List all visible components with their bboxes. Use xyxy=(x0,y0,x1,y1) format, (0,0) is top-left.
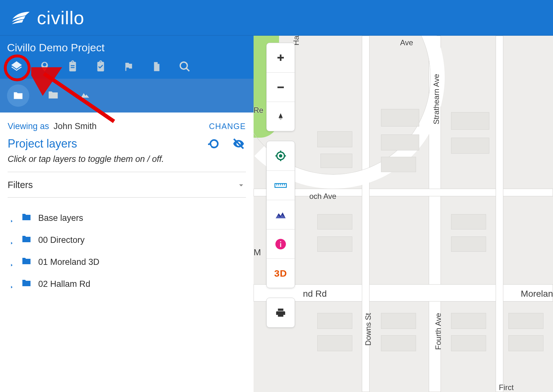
document-icon xyxy=(151,60,162,73)
measure-button[interactable] xyxy=(267,171,295,200)
layer-folder[interactable]: Base layers xyxy=(8,207,246,229)
street-label: Re xyxy=(254,106,263,115)
sidebar: Civillo Demo Project xyxy=(0,36,254,392)
printer-icon xyxy=(275,307,286,318)
caret-right-icon xyxy=(10,263,14,267)
profile-button[interactable] xyxy=(267,200,295,229)
area-chart-icon xyxy=(275,210,287,219)
street-label: Ave xyxy=(400,38,413,47)
locate-icon xyxy=(275,150,286,162)
folder-icon xyxy=(20,234,33,244)
project-title: Civillo Demo Project xyxy=(0,36,254,56)
three-d-icon: 3D xyxy=(274,268,287,279)
caret-right-icon xyxy=(10,285,14,289)
filters-toggle[interactable]: Filters xyxy=(8,180,246,190)
street-label: Fourth Ave xyxy=(434,313,443,350)
brand-logo[interactable]: civillo xyxy=(10,7,84,28)
plus-icon xyxy=(276,53,285,62)
street-label: och Ave xyxy=(309,192,336,201)
clipboard-list-icon xyxy=(67,60,78,73)
ruler-icon xyxy=(274,181,287,190)
street-label: nd Rd xyxy=(303,289,327,299)
layer-tree: Base layers 00 Directory 01 Moreland 3D … xyxy=(8,205,246,295)
search-icon xyxy=(179,61,191,73)
chevron-left-icon xyxy=(245,294,253,304)
layers-icon xyxy=(10,60,23,73)
street-label: Morelan xyxy=(521,289,553,299)
document-tab[interactable] xyxy=(150,60,163,73)
layer-label: 00 Directory xyxy=(38,235,85,245)
map-background: Strathearn Ave och Ave nd Rd Morelan Dow… xyxy=(254,36,553,392)
layer-folder[interactable]: 01 Moreland 3D xyxy=(8,251,246,273)
street-label: M xyxy=(254,247,261,258)
layers-hint: Click or tap layers to toggle them on / … xyxy=(8,154,246,164)
layers-title: Project layers xyxy=(8,137,77,150)
map-canvas[interactable]: Strathearn Ave och Ave nd Rd Morelan Dow… xyxy=(254,36,553,392)
sub-toolbar xyxy=(0,79,254,113)
filters-label: Filters xyxy=(8,180,33,190)
collapse-sidebar-button[interactable] xyxy=(243,290,255,308)
layer-label: Base layers xyxy=(38,213,83,223)
layer-label: 02 Hallam Rd xyxy=(38,279,90,289)
zoom-control-group xyxy=(266,43,295,131)
zoom-in-button[interactable] xyxy=(267,43,295,72)
compass-north-icon xyxy=(276,111,285,122)
zoom-out-button[interactable] xyxy=(267,72,295,102)
layers-tab[interactable] xyxy=(10,60,23,73)
street-label: Firct xyxy=(499,383,514,392)
logo-mark-icon xyxy=(10,10,32,25)
layer-label: 01 Moreland 3D xyxy=(38,257,99,267)
caret-right-icon xyxy=(10,219,14,223)
brand-name: civillo xyxy=(37,7,84,28)
divider xyxy=(8,172,246,172)
refresh-icon[interactable] xyxy=(208,137,220,150)
location-tab[interactable] xyxy=(38,60,51,73)
street-label: Strathearn Ave xyxy=(432,74,441,124)
pin-icon xyxy=(39,60,50,73)
divider xyxy=(8,197,246,198)
change-user-button[interactable]: CHANGE xyxy=(209,122,246,131)
info-button[interactable] xyxy=(267,229,295,258)
folder-person-icon xyxy=(46,89,61,101)
caret-right-icon xyxy=(10,241,14,245)
visibility-off-icon[interactable] xyxy=(231,137,246,150)
print-button[interactable] xyxy=(267,298,295,327)
svg-point-3 xyxy=(279,154,283,158)
terrain-button[interactable] xyxy=(77,90,93,102)
layers-panel: Viewing as John Smith CHANGE Project lay… xyxy=(0,113,254,392)
tasks-tab[interactable] xyxy=(94,60,107,73)
viewing-as-name: John Smith xyxy=(54,121,97,131)
top-bar: civillo xyxy=(0,0,553,36)
sidebar-toolbar xyxy=(0,56,254,79)
shared-folder-button[interactable] xyxy=(46,89,61,102)
locate-button[interactable] xyxy=(267,141,295,171)
folder-icon xyxy=(11,90,25,101)
folder-icon xyxy=(20,278,33,288)
minus-icon xyxy=(276,83,285,92)
3d-view-button[interactable]: 3D xyxy=(267,258,295,288)
layer-folder[interactable]: 00 Directory xyxy=(8,229,246,251)
folder-icon xyxy=(20,212,33,222)
clipboard-tab[interactable] xyxy=(66,60,79,73)
folder-icon xyxy=(20,256,33,266)
map-tools-group: 3D xyxy=(266,141,295,288)
layer-folder[interactable]: 02 Hallam Rd xyxy=(8,273,246,295)
print-group xyxy=(266,298,295,328)
info-icon xyxy=(275,238,286,250)
folder-view-button[interactable] xyxy=(7,84,29,107)
street-label: Downs St xyxy=(364,313,373,346)
mountain-icon xyxy=(77,90,93,100)
flag-tab[interactable] xyxy=(122,60,135,73)
clipboard-check-icon xyxy=(95,60,106,73)
search-tab[interactable] xyxy=(178,60,191,73)
chevron-down-icon xyxy=(236,180,246,190)
reset-north-button[interactable] xyxy=(267,102,295,131)
flag-icon xyxy=(123,61,134,73)
viewing-as-label: Viewing as xyxy=(8,121,49,131)
map-controls: 3D xyxy=(266,43,295,328)
